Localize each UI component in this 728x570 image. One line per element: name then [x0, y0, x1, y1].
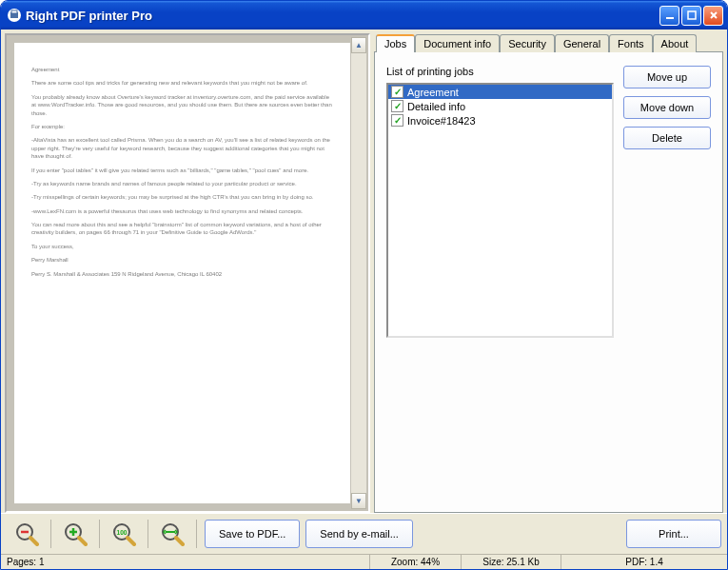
app-window: Right PDF printer Pro AgreementThere are… [0, 0, 728, 570]
job-checkbox[interactable]: ✓ [391, 114, 403, 127]
scroll-up-arrow[interactable]: ▲ [351, 37, 366, 53]
move-up-button[interactable]: Move up [623, 66, 711, 88]
job-name: Detailed info [407, 101, 465, 112]
toolbar-separator [99, 520, 100, 548]
content-area: AgreementThere are some cool tips and tr… [1, 29, 727, 569]
preview-pane: AgreementThere are some cool tips and tr… [5, 33, 370, 513]
job-row[interactable]: ✓Agreement [388, 85, 612, 99]
preview-scrollbar[interactable]: ▲ ▼ [350, 37, 366, 509]
job-row[interactable]: ✓Invoice#18423 [388, 113, 612, 128]
tab-document-info[interactable]: Document info [415, 34, 500, 52]
minimize-button[interactable] [659, 6, 679, 26]
tab-jobs[interactable]: Jobs [376, 34, 415, 52]
zoom-out-icon[interactable] [10, 518, 43, 550]
status-size: Size: 25.1 Kb [462, 555, 561, 569]
svg-rect-3 [666, 17, 674, 19]
svg-text:100: 100 [117, 529, 128, 536]
tab-security[interactable]: Security [500, 34, 555, 52]
job-checkbox[interactable]: ✓ [391, 100, 403, 112]
preview-container: AgreementThere are some cool tips and tr… [5, 33, 370, 513]
titlebar: Right PDF printer Pro [1, 1, 727, 29]
tabs-pane: JobsDocument infoSecurityGeneralFontsAbo… [374, 33, 723, 513]
send-email-button[interactable]: Send by e-mail... [305, 520, 413, 548]
joblist-label: List of printing jobs [386, 66, 614, 77]
window-controls [659, 6, 723, 26]
job-name: Invoice#18423 [407, 115, 476, 127]
svg-line-11 [79, 538, 86, 544]
toolbar-separator [50, 520, 51, 548]
svg-rect-2 [11, 10, 17, 13]
delete-button[interactable]: Delete [623, 127, 711, 149]
toolbar: 100 Save to PDF... Send by e-mail... Pri… [1, 513, 727, 554]
document-preview: AgreementThere are some cool tips and tr… [14, 43, 350, 503]
status-zoom: Zoom: 44% [370, 555, 462, 569]
zoom-in-icon[interactable] [59, 518, 91, 550]
status-pages: Pages: 1 [1, 555, 370, 569]
zoom-100-icon[interactable]: 100 [108, 518, 140, 550]
svg-rect-4 [688, 11, 696, 19]
tab-fonts[interactable]: Fonts [609, 34, 653, 52]
job-name: Agreement [407, 87, 459, 98]
job-checkbox[interactable]: ✓ [391, 86, 403, 98]
move-down-button[interactable]: Move down [623, 96, 711, 119]
tab-general[interactable]: General [555, 34, 609, 52]
save-pdf-button[interactable]: Save to PDF... [205, 520, 300, 548]
status-bar: Pages: 1 Zoom: 44% Size: 25.1 Kb PDF: 1.… [1, 554, 727, 569]
zoom-fit-icon[interactable] [156, 518, 188, 550]
svg-line-8 [30, 538, 37, 544]
tab-about[interactable]: About [653, 34, 698, 52]
job-row[interactable]: ✓Detailed info [388, 99, 612, 113]
tab-bar: JobsDocument infoSecurityGeneralFontsAbo… [376, 33, 723, 51]
app-icon [7, 8, 22, 23]
svg-line-15 [128, 538, 134, 544]
svg-line-18 [176, 538, 183, 544]
toolbar-separator [196, 520, 197, 548]
status-pdf: PDF: 1.4 [561, 555, 727, 569]
toolbar-separator [148, 520, 148, 548]
window-title: Right PDF printer Pro [26, 9, 659, 23]
maximize-button[interactable] [681, 6, 701, 26]
close-button[interactable] [703, 6, 723, 26]
main-panel: AgreementThere are some cool tips and tr… [1, 29, 727, 513]
job-list[interactable]: ✓Agreement✓Detailed info✓Invoice#18423 [386, 83, 614, 338]
job-buttons-column: Move up Move down Delete [623, 66, 711, 499]
print-button[interactable]: Print... [626, 520, 721, 548]
jobs-area: List of printing jobs ✓Agreement✓Detaile… [386, 66, 614, 499]
tab-panel-jobs: List of printing jobs ✓Agreement✓Detaile… [374, 51, 723, 513]
scroll-down-arrow[interactable]: ▼ [351, 493, 366, 509]
